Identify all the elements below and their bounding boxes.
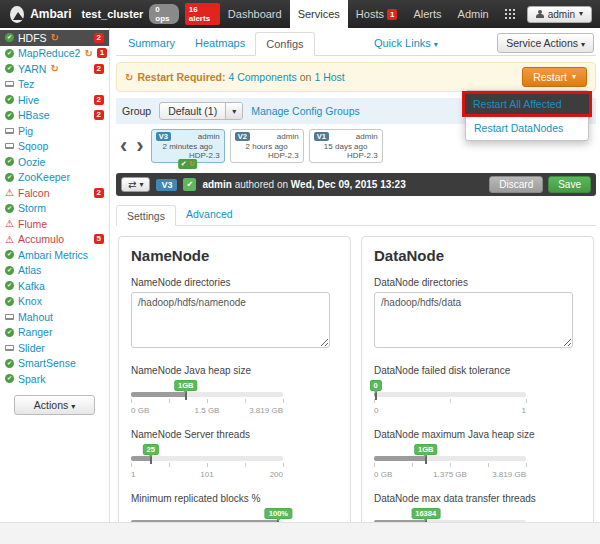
sidebar-item-accumulo[interactable]: ⚠Accumulo5 [0, 232, 109, 248]
discard-button[interactable]: Discard [489, 176, 543, 193]
restart-required-banner: ↻ Restart Required: 4 Components on 1 Ho… [116, 62, 596, 92]
sidebar-item-mapreduce2[interactable]: ✔MapReduce2↻1 [0, 46, 109, 62]
caret-down-icon: ▾ [71, 402, 75, 411]
namenode-threads-slider[interactable]: 25 1 101 200 [131, 456, 283, 480]
config-label: DataNode directories [374, 277, 581, 288]
namenode-directories-input[interactable]: /hadoop/hdfs/namenode [131, 292, 330, 348]
slider-track[interactable] [131, 456, 283, 461]
version-author: admin [356, 132, 378, 141]
actions-dropdown-button[interactable]: Actions ▾ [14, 395, 95, 415]
sidebar-item-hdfs[interactable]: ✔HDFS↻2 [0, 30, 109, 46]
alert-count-badge: 5 [94, 234, 104, 244]
sidebar-item-storm[interactable]: ✔Storm [0, 201, 109, 217]
sidebar-item-pig[interactable]: Pig [0, 123, 109, 139]
sidebar-item-spark[interactable]: ✔Spark [0, 371, 109, 387]
config-label: DataNode maximum Java heap size [374, 429, 581, 440]
disk-tolerance-slider[interactable]: 0 0 1 [374, 392, 526, 416]
sidebar-item-sqoop[interactable]: Sqoop [0, 139, 109, 155]
version-age: 2 hours ago [235, 142, 299, 151]
slider-value-badge: 25 [143, 444, 159, 455]
sidebar-item-ambari-metrics[interactable]: ✔Ambari Metrics [0, 247, 109, 263]
menu-item-restart-datanodes[interactable]: Restart DataNodes [466, 118, 588, 138]
version-box-v3[interactable]: V3admin 2 minutes ago HDP-2.3 ✔ ↻ [151, 129, 225, 163]
restart-button[interactable]: Restart▾ [522, 67, 587, 87]
user-menu-button[interactable]: admin ▾ [527, 6, 592, 23]
sidebar-item-hbase[interactable]: ✔HBase2 [0, 108, 109, 124]
tab-heatmaps[interactable]: Heatmaps [185, 32, 255, 54]
nav-dashboard[interactable]: Dashboard [220, 0, 290, 28]
nav-admin[interactable]: Admin [450, 0, 497, 28]
views-grid-icon[interactable] [505, 9, 515, 19]
manage-config-groups-link[interactable]: Manage Config Groups [251, 105, 360, 117]
caret-down-icon: ▾ [434, 40, 438, 49]
sidebar-item-tez[interactable]: Tez [0, 77, 109, 93]
slider-track[interactable] [374, 456, 526, 461]
version-badge: V3 [156, 132, 171, 141]
alerts-count-badge[interactable]: 16 alerts [185, 3, 220, 25]
version-stack: HDP-2.3 [314, 151, 378, 160]
components-link[interactable]: 4 Components [228, 71, 296, 83]
sidebar-item-atlas[interactable]: ✔Atlas [0, 263, 109, 279]
sidebar-item-yarn[interactable]: ✔YARN↻2 [0, 61, 109, 77]
versions-scroll-left-icon[interactable]: ‹ [118, 136, 129, 156]
datanode-panel: DataNode DataNode directories /hadoop/hd… [361, 236, 594, 544]
menu-item-restart-all-affected[interactable]: Restart All Affected [465, 94, 589, 114]
version-age: 15 days ago [314, 142, 378, 151]
annotation-highlight: Restart All Affected [462, 91, 592, 117]
ops-count-badge[interactable]: 0 ops [149, 4, 178, 24]
sidebar-item-ranger[interactable]: ✔Ranger [0, 325, 109, 341]
versions-scroll-right-icon[interactable]: › [134, 136, 145, 156]
caret-down-icon: ▾ [225, 103, 242, 119]
datanode-directories-input[interactable]: /hadoop/hdfs/data [374, 292, 573, 348]
nav-hosts[interactable]: Hosts1 [348, 0, 406, 28]
sidebar-item-oozie[interactable]: ✔Oozie [0, 154, 109, 170]
service-started-icon: ✔ [5, 173, 14, 182]
host-link[interactable]: 1 Host [314, 71, 344, 83]
slider-value-badge: 100% [265, 508, 292, 519]
quick-links-dropdown[interactable]: Quick Links ▾ [374, 37, 438, 49]
sidebar-item-zookeeper[interactable]: ✔ZooKeeper [0, 170, 109, 186]
sidebar-item-mahout[interactable]: Mahout [0, 309, 109, 325]
sidebar-item-slider[interactable]: Slider [0, 340, 109, 356]
service-actions-button[interactable]: Service Actions ▾ [497, 33, 594, 53]
slider-tick-labels: 1 101 200 [131, 470, 283, 480]
service-started-icon: ✔ [5, 157, 14, 166]
sidebar-item-flume[interactable]: ⚠Flume [0, 216, 109, 232]
service-started-icon: ✔ [5, 297, 14, 306]
slider-track[interactable] [131, 392, 283, 397]
sidebar-item-kafka[interactable]: ✔Kafka [0, 278, 109, 294]
tab-settings[interactable]: Settings [116, 205, 176, 226]
authored-text: admin authored on Wed, Dec 09, 2015 13:2… [202, 179, 405, 190]
save-button[interactable]: Save [548, 176, 591, 193]
datanode-heap-slider[interactable]: 1GB 0 GB 1.375 GB 3.819 GB [374, 456, 526, 480]
config-panels: NameNode NameNode directories /hadoop/hd… [116, 236, 596, 544]
client-service-icon [5, 143, 14, 149]
page-body: ✔HDFS↻2 ✔MapReduce2↻1 ✔YARN↻2 Tez ✔Hive2… [0, 28, 600, 524]
sidebar-item-falcon[interactable]: ⚠Falcon2 [0, 185, 109, 201]
service-started-icon: ✔ [5, 49, 14, 58]
config-label: NameNode Server threads [131, 429, 338, 440]
config-group-select[interactable]: Default (1) ▾ [159, 102, 243, 120]
service-started-icon: ✔ [5, 266, 14, 275]
service-alert-icon: ⚠ [5, 235, 14, 244]
sidebar-item-knox[interactable]: ✔Knox [0, 294, 109, 310]
version-badge: V1 [314, 132, 329, 141]
sidebar-item-hive[interactable]: ✔Hive2 [0, 92, 109, 108]
tab-summary[interactable]: Summary [118, 32, 185, 54]
service-alert-icon: ⚠ [5, 188, 14, 197]
nav-services[interactable]: Services [290, 0, 348, 28]
slider-track[interactable] [374, 392, 526, 397]
compare-versions-button[interactable]: ⇄▾ [121, 177, 150, 192]
tab-configs[interactable]: Configs [255, 32, 314, 56]
nav-alerts[interactable]: Alerts [405, 0, 449, 28]
client-service-icon [5, 345, 14, 351]
page-footer [0, 522, 600, 544]
version-box-v1[interactable]: V1admin 15 days ago HDP-2.3 [309, 129, 383, 163]
services-sidebar: ✔HDFS↻2 ✔MapReduce2↻1 ✔YARN↻2 Tez ✔Hive2… [0, 28, 110, 524]
namenode-heap-slider[interactable]: 1GB 0 GB 1.5 GB 3.819 GB [131, 392, 283, 416]
version-badge: V2 [235, 132, 250, 141]
tab-advanced[interactable]: Advanced [176, 204, 243, 225]
config-label: NameNode Java heap size [131, 365, 338, 376]
sidebar-item-smartsense[interactable]: ✔SmartSense [0, 356, 109, 372]
version-box-v2[interactable]: V2admin 2 hours ago HDP-2.3 [230, 129, 304, 163]
